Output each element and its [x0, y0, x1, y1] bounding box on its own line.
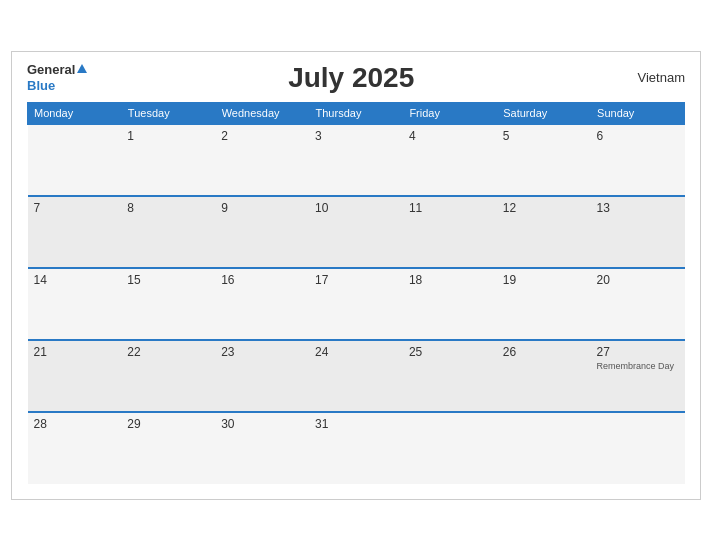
day-number: 8 [127, 201, 209, 215]
day-number: 19 [503, 273, 585, 287]
day-cell: 14 [28, 268, 122, 340]
day-number: 10 [315, 201, 397, 215]
col-monday: Monday [28, 102, 122, 124]
day-cell: 3 [309, 124, 403, 196]
day-cell: 25 [403, 340, 497, 412]
day-number: 5 [503, 129, 585, 143]
calendar-container: General Blue July 2025 Vietnam Monday Tu… [11, 51, 701, 500]
day-number: 31 [315, 417, 397, 431]
event-label: Remembrance Day [597, 361, 679, 373]
calendar-grid: Monday Tuesday Wednesday Thursday Friday… [27, 102, 685, 484]
day-number: 25 [409, 345, 491, 359]
day-number: 16 [221, 273, 303, 287]
day-cell: 26 [497, 340, 591, 412]
day-number: 21 [34, 345, 116, 359]
day-cell: 8 [121, 196, 215, 268]
day-number: 12 [503, 201, 585, 215]
day-cell: 16 [215, 268, 309, 340]
logo-area: General Blue [27, 62, 87, 93]
day-cell: 19 [497, 268, 591, 340]
week-row-3: 14151617181920 [28, 268, 685, 340]
day-number: 1 [127, 129, 209, 143]
col-wednesday: Wednesday [215, 102, 309, 124]
day-cell: 23 [215, 340, 309, 412]
day-cell: 13 [591, 196, 685, 268]
day-number: 30 [221, 417, 303, 431]
day-cell: 6 [591, 124, 685, 196]
day-cell: 5 [497, 124, 591, 196]
day-number: 29 [127, 417, 209, 431]
week-row-1: 123456 [28, 124, 685, 196]
day-cell: 24 [309, 340, 403, 412]
col-saturday: Saturday [497, 102, 591, 124]
col-thursday: Thursday [309, 102, 403, 124]
month-title: July 2025 [87, 62, 615, 94]
day-number: 7 [34, 201, 116, 215]
day-cell: 29 [121, 412, 215, 484]
day-cell: 18 [403, 268, 497, 340]
day-number: 22 [127, 345, 209, 359]
col-sunday: Sunday [591, 102, 685, 124]
day-cell: 28 [28, 412, 122, 484]
week-row-4: 21222324252627Remembrance Day [28, 340, 685, 412]
logo-triangle-icon [77, 64, 87, 73]
day-cell: 30 [215, 412, 309, 484]
day-cell: 27Remembrance Day [591, 340, 685, 412]
day-number: 17 [315, 273, 397, 287]
day-cell [28, 124, 122, 196]
day-number: 20 [597, 273, 679, 287]
day-cell [497, 412, 591, 484]
day-number: 4 [409, 129, 491, 143]
day-number: 15 [127, 273, 209, 287]
day-number: 14 [34, 273, 116, 287]
day-number: 18 [409, 273, 491, 287]
day-number: 9 [221, 201, 303, 215]
calendar-header: General Blue July 2025 Vietnam [27, 62, 685, 94]
day-number: 11 [409, 201, 491, 215]
day-number: 26 [503, 345, 585, 359]
logo-general: General [27, 62, 75, 78]
header-row: Monday Tuesday Wednesday Thursday Friday… [28, 102, 685, 124]
day-cell: 11 [403, 196, 497, 268]
week-row-5: 28293031 [28, 412, 685, 484]
logo-line: General [27, 62, 87, 78]
day-number: 24 [315, 345, 397, 359]
col-tuesday: Tuesday [121, 102, 215, 124]
day-cell [591, 412, 685, 484]
day-number: 13 [597, 201, 679, 215]
day-cell: 9 [215, 196, 309, 268]
day-cell: 7 [28, 196, 122, 268]
day-cell: 31 [309, 412, 403, 484]
col-friday: Friday [403, 102, 497, 124]
day-cell: 1 [121, 124, 215, 196]
day-cell: 20 [591, 268, 685, 340]
week-row-2: 78910111213 [28, 196, 685, 268]
logo-blue-line: Blue [27, 78, 55, 94]
day-cell: 15 [121, 268, 215, 340]
country-label: Vietnam [615, 70, 685, 85]
day-cell: 4 [403, 124, 497, 196]
day-cell: 12 [497, 196, 591, 268]
day-cell: 17 [309, 268, 403, 340]
logo-blue: Blue [27, 78, 55, 94]
day-cell: 22 [121, 340, 215, 412]
day-number: 6 [597, 129, 679, 143]
day-number: 2 [221, 129, 303, 143]
day-number: 28 [34, 417, 116, 431]
day-cell: 2 [215, 124, 309, 196]
day-number: 23 [221, 345, 303, 359]
day-number: 27 [597, 345, 679, 359]
day-cell: 10 [309, 196, 403, 268]
day-cell: 21 [28, 340, 122, 412]
day-cell [403, 412, 497, 484]
day-number: 3 [315, 129, 397, 143]
